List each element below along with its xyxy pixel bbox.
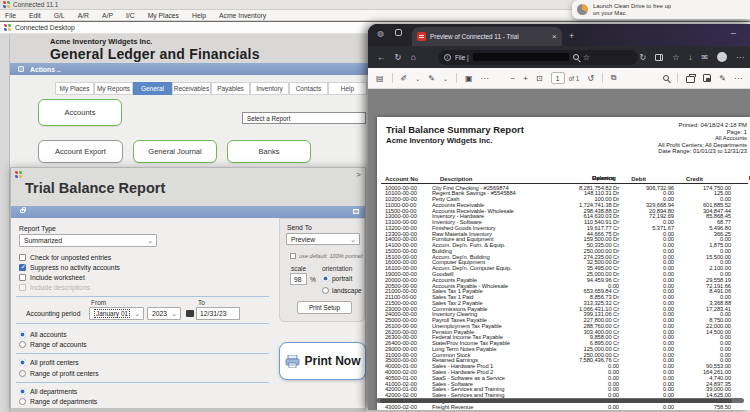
zoom-icon[interactable] <box>573 54 579 60</box>
draw-pen-icon[interactable]: ✎ <box>428 74 435 83</box>
tab[interactable]: Help <box>328 82 367 95</box>
chevron-down-icon[interactable]: ⌄ <box>415 75 420 82</box>
radio-button[interactable] <box>19 370 26 377</box>
system-notification[interactable]: Launch Clean Drive to free up on your Ma… <box>572 0 750 19</box>
new-tab-button[interactable]: + <box>569 31 574 41</box>
more-tools-icon[interactable]: ⋯ <box>481 74 489 83</box>
radio-button[interactable] <box>322 287 329 294</box>
checkbox[interactable] <box>290 253 296 259</box>
browser-tab[interactable]: Preview of Connected 11 - Trial × <box>412 27 562 46</box>
print-setup-button[interactable]: Print Setup <box>297 301 352 314</box>
from-month-dropdown[interactable]: January 01 ⌄ <box>89 307 144 320</box>
radio-row[interactable]: All departments <box>19 386 99 397</box>
window-restore-icon[interactable] <box>353 209 359 214</box>
scale-field[interactable]: 98 <box>290 273 307 285</box>
checkbox-row[interactable]: Suppress no activity accounts <box>19 262 120 272</box>
checkbox[interactable] <box>19 274 26 281</box>
portrait-radio-row[interactable]: portrait <box>322 275 352 282</box>
checkbox[interactable] <box>19 284 26 291</box>
landscape-radio-row[interactable]: landscape <box>322 287 362 294</box>
radio-button[interactable] <box>322 275 329 282</box>
tab[interactable]: General <box>133 82 172 95</box>
page-number-input[interactable]: 1 <box>551 72 565 84</box>
home-icon[interactable]: ⌂ <box>411 52 416 62</box>
menu-item[interactable]: Help <box>192 12 206 19</box>
info-icon[interactable]: i <box>444 54 451 61</box>
more-icon[interactable]: ⋯ <box>736 53 744 62</box>
menu-item[interactable]: Acme Inventory <box>219 12 266 19</box>
checkbox-row[interactable]: Include worksheet <box>19 272 120 282</box>
save-icon[interactable] <box>703 74 711 82</box>
chevron-right-icon[interactable]: > <box>356 170 361 179</box>
print-now-button[interactable]: Print Now <box>279 342 366 380</box>
zoom-in-icon[interactable]: + <box>523 74 528 83</box>
print-icon[interactable] <box>686 76 695 83</box>
banks-button[interactable]: Banks <box>227 140 311 163</box>
send-to-dropdown[interactable]: Preview ⌄ <box>286 233 360 245</box>
account-export-button[interactable]: Account Export <box>38 140 123 163</box>
radio-row[interactable]: All accounts <box>19 329 99 340</box>
history-icon[interactable]: ↻ <box>639 53 646 62</box>
edit-icon[interactable]: ✎ <box>719 74 726 83</box>
minimize-icon[interactable]: – <box>731 28 736 38</box>
from-year-dropdown[interactable]: 2023 ⌄ <box>147 307 181 320</box>
menu-item[interactable]: G/L <box>54 12 65 19</box>
tab[interactable]: My Reports <box>94 82 133 95</box>
radio-row[interactable]: All profit centers <box>19 358 99 369</box>
radio-row[interactable]: Range of departments <box>19 397 99 408</box>
menu-item[interactable]: I/C <box>126 12 135 19</box>
radio-button[interactable] <box>19 331 26 338</box>
general-journal-button[interactable]: General Journal <box>133 140 217 163</box>
rotate-icon[interactable]: ↺ <box>587 74 594 83</box>
sidebar-toggle-icon[interactable]: ▤ <box>376 74 384 83</box>
highlighter-icon[interactable]: ✐ <box>401 74 408 83</box>
tab[interactable]: Contacts <box>289 82 328 95</box>
tab[interactable]: My Places <box>55 82 94 95</box>
split-screen-icon[interactable] <box>655 54 663 61</box>
menu-item[interactable]: A/R <box>78 12 89 19</box>
radio-button[interactable] <box>19 359 26 366</box>
address-bar[interactable]: i File | ☆ <box>438 50 638 65</box>
to-date-field[interactable]: 12/31/23 <box>196 307 240 320</box>
more-icon[interactable]: ⋯ <box>734 74 742 83</box>
select-report-dropdown[interactable]: Select a Report <box>242 112 366 124</box>
workspaces-icon[interactable]: ◍ <box>377 29 384 38</box>
accounts-button[interactable]: Accounts <box>38 99 122 126</box>
use-default-checkbox-row[interactable]: use default: 100% portrait <box>290 253 363 259</box>
search-icon[interactable] <box>663 75 669 81</box>
add-text-icon[interactable]: ▣ <box>465 74 473 83</box>
left-scroll-gutter[interactable] <box>0 34 10 412</box>
share-icon[interactable]: ✉ <box>701 53 708 62</box>
favorite-star-icon[interactable]: ☆ <box>583 53 590 62</box>
tab[interactable]: Payables <box>211 82 250 95</box>
radio-button[interactable] <box>19 388 26 395</box>
menu-item[interactable]: Edit <box>29 12 41 19</box>
horizontal-scrollbar[interactable] <box>376 398 744 403</box>
checkbox[interactable] <box>19 254 26 261</box>
zoom-out-icon[interactable]: − <box>511 74 516 83</box>
radio-button[interactable] <box>19 341 26 348</box>
chevron-down-icon[interactable]: ⌄ <box>443 75 448 82</box>
scrollbar-thumb[interactable] <box>380 399 732 403</box>
calendar-icon[interactable] <box>186 310 194 317</box>
download-icon[interactable]: ↓ <box>688 53 692 62</box>
checkbox-row[interactable]: Include descriptions <box>19 282 120 292</box>
back-icon[interactable]: ← <box>377 52 386 62</box>
radio-button[interactable] <box>19 398 26 405</box>
profile-avatar[interactable] <box>717 52 727 62</box>
page-view-icon[interactable]: ⧉ <box>611 73 617 83</box>
checkbox[interactable] <box>19 264 26 271</box>
reload-icon[interactable]: ↻ <box>395 52 402 62</box>
menu-item[interactable]: My Places <box>148 12 179 19</box>
radio-row[interactable]: Range of profit centers <box>19 368 99 379</box>
menu-item[interactable]: File <box>5 12 16 19</box>
tab[interactable]: Inventory <box>250 82 289 95</box>
radio-row[interactable]: Range of accounts <box>19 340 99 351</box>
checkbox-row[interactable]: Check for unposted entries <box>19 252 120 262</box>
report-type-dropdown[interactable]: Summarized ⌄ <box>19 234 157 247</box>
close-tab-icon[interactable]: × <box>552 32 557 41</box>
fit-page-icon[interactable]: ⊡ <box>536 74 543 83</box>
favorites-icon[interactable]: ☆ <box>672 53 679 62</box>
menu-item[interactable]: A/P <box>102 12 113 19</box>
tab[interactable]: Receivables <box>172 82 211 95</box>
